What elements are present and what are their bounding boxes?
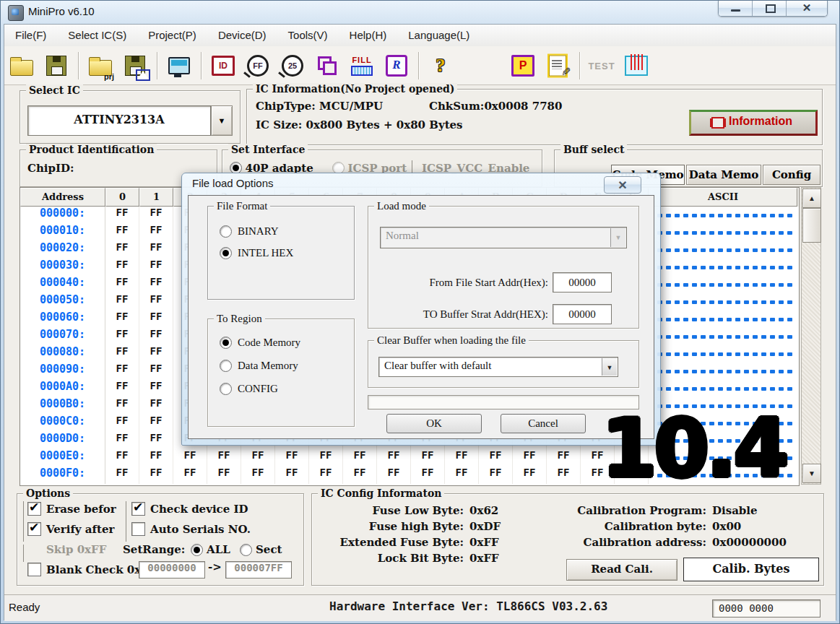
open-project-icon[interactable]: prj — [84, 50, 117, 82]
hex-byte-cell[interactable]: FF — [445, 449, 479, 467]
hex-byte-cell[interactable]: FF — [241, 449, 275, 467]
scroll-up-button[interactable]: ▲ — [802, 188, 821, 208]
hex-byte-cell[interactable]: FF — [479, 467, 513, 484]
hex-byte-cell[interactable]: FF — [105, 207, 139, 224]
hex-byte-cell[interactable]: FF — [241, 467, 275, 484]
edit-config-icon[interactable] — [541, 50, 574, 82]
hex-byte-cell[interactable]: FF — [377, 467, 411, 484]
hex-byte-cell[interactable]: FF — [139, 276, 173, 293]
selected-ic-field[interactable]: ATTINY2313A — [27, 105, 211, 136]
auto-serial-icon[interactable]: R — [380, 50, 413, 82]
to-region-config-radio[interactable]: CONFIG — [220, 383, 278, 395]
hex-byte-cell[interactable]: FF — [105, 432, 139, 449]
check-device-id-checkbox[interactable] — [131, 502, 145, 516]
blank-check-checkbox[interactable] — [27, 563, 41, 576]
hex-byte-cell[interactable]: FF — [139, 449, 173, 467]
select-ic-dropdown-button[interactable]: ▼ — [211, 105, 233, 136]
erase-before-checkbox[interactable] — [27, 502, 41, 516]
vertical-scrollbar[interactable]: ▲ ▼ — [801, 187, 821, 485]
hex-byte-cell[interactable]: FF — [207, 467, 241, 484]
blank-to-input[interactable]: 000007FF — [225, 561, 292, 578]
hex-byte-cell[interactable]: FF — [139, 311, 173, 328]
hex-byte-cell[interactable]: FF — [139, 467, 173, 484]
search-25-icon[interactable]: 25 — [276, 50, 309, 82]
hex-byte-cell[interactable]: FF — [479, 449, 513, 467]
hex-byte-cell[interactable]: FF — [139, 432, 173, 449]
swap-buffer-icon[interactable] — [311, 50, 344, 82]
read-id-icon[interactable]: ID — [207, 50, 240, 82]
calib-bytes-button[interactable]: Calib. Bytes — [683, 558, 819, 581]
tab-data-memo[interactable]: Data Memo — [686, 165, 761, 185]
hex-byte-cell[interactable]: FF — [309, 467, 343, 484]
hex-byte-cell[interactable]: FF — [139, 328, 173, 345]
hex-byte-cell[interactable]: FF — [275, 467, 309, 484]
hex-byte-cell[interactable]: FF — [139, 207, 173, 224]
file-format-intel-hex-radio[interactable]: INTEL HEX — [220, 247, 293, 259]
verify-after-checkbox[interactable] — [27, 522, 41, 536]
menu-device[interactable]: Device(D) — [207, 25, 277, 46]
scrollbar-thumb[interactable] — [802, 208, 821, 243]
hex-byte-cell[interactable]: FF — [105, 311, 139, 328]
hex-byte-cell[interactable]: FF — [105, 224, 139, 241]
hex-byte-cell[interactable]: FF — [105, 380, 139, 397]
ok-button[interactable]: OK — [386, 414, 482, 433]
menu-language[interactable]: Language(L) — [397, 25, 480, 46]
hex-byte-cell[interactable]: FF — [139, 259, 173, 276]
close-button[interactable]: ✕ — [787, 1, 827, 16]
hex-byte-cell[interactable]: FF — [105, 415, 139, 432]
to-buffer-addr-input[interactable]: 00000 — [553, 304, 612, 324]
hex-byte-cell[interactable]: FF — [445, 467, 479, 484]
from-file-addr-input[interactable]: 00000 — [553, 272, 612, 292]
save-icon[interactable] — [40, 50, 73, 82]
hex-byte-cell[interactable]: FF — [343, 467, 377, 484]
tab-config[interactable]: Config — [763, 165, 820, 185]
range-sect-radio[interactable] — [240, 544, 252, 556]
hex-byte-cell[interactable]: FF — [173, 467, 207, 484]
hex-byte-cell[interactable]: FF — [139, 363, 173, 380]
hex-byte-cell[interactable]: FF — [105, 449, 139, 467]
minimize-button[interactable] — [719, 1, 753, 16]
test-icon[interactable]: TEST — [585, 50, 618, 82]
menu-help[interactable]: Help(H) — [339, 25, 398, 46]
hex-byte-cell[interactable]: FF — [139, 241, 173, 259]
to-region-code-memory-radio[interactable]: Code Memory — [220, 337, 300, 349]
hex-byte-cell[interactable]: FF — [105, 345, 139, 363]
hex-byte-cell[interactable]: FF — [513, 449, 547, 467]
hex-byte-cell[interactable]: FF — [105, 293, 139, 311]
hex-byte-cell[interactable]: FF — [513, 467, 547, 484]
hex-byte-cell[interactable]: FF — [275, 449, 309, 467]
help-icon[interactable]: ? — [424, 50, 457, 82]
information-button[interactable]: Information — [689, 110, 818, 136]
hex-byte-cell[interactable]: FF — [105, 467, 139, 484]
hex-byte-cell[interactable]: FF — [207, 449, 241, 467]
range-all-radio[interactable] — [191, 544, 203, 556]
menu-project[interactable]: Project(P) — [137, 25, 207, 46]
hex-byte-cell[interactable]: FF — [411, 449, 445, 467]
hex-byte-cell[interactable]: FF — [343, 449, 377, 467]
load-mode-combo[interactable]: Normal ▼ — [380, 227, 627, 248]
blank-from-input[interactable]: 00000000 — [139, 561, 205, 578]
hex-byte-cell[interactable]: FF — [139, 380, 173, 397]
hex-byte-cell[interactable]: FF — [105, 397, 139, 415]
save-project-icon[interactable] — [118, 50, 152, 82]
read-cali-button[interactable]: Read Cali. — [566, 559, 677, 581]
program-chip-icon[interactable]: P — [506, 50, 540, 82]
hex-byte-cell[interactable]: FF — [547, 467, 581, 484]
fill-buffer-icon[interactable]: FILL — [345, 50, 378, 82]
cancel-button[interactable]: Cancel — [501, 414, 586, 433]
hex-byte-cell[interactable]: FF — [105, 328, 139, 345]
open-file-icon[interactable] — [5, 50, 38, 82]
menu-tools[interactable]: Tools(V) — [277, 25, 339, 46]
hex-byte-cell[interactable]: FF — [139, 397, 173, 415]
hex-byte-cell[interactable]: FF — [105, 259, 139, 276]
hex-byte-cell[interactable]: FF — [139, 345, 173, 363]
auto-serials-checkbox[interactable] — [131, 522, 145, 536]
hex-byte-cell[interactable]: FF — [547, 449, 581, 467]
menu-file[interactable]: File(F) — [4, 25, 57, 46]
menu-select-ic[interactable]: Select IC(S) — [57, 25, 137, 46]
hex-byte-cell[interactable]: FF — [309, 449, 343, 467]
hex-byte-cell[interactable]: FF — [377, 449, 411, 467]
file-format-binary-radio[interactable]: BINARY — [220, 225, 279, 238]
hex-byte-cell[interactable]: FF — [105, 241, 139, 259]
hex-byte-cell[interactable]: FF — [139, 293, 173, 311]
